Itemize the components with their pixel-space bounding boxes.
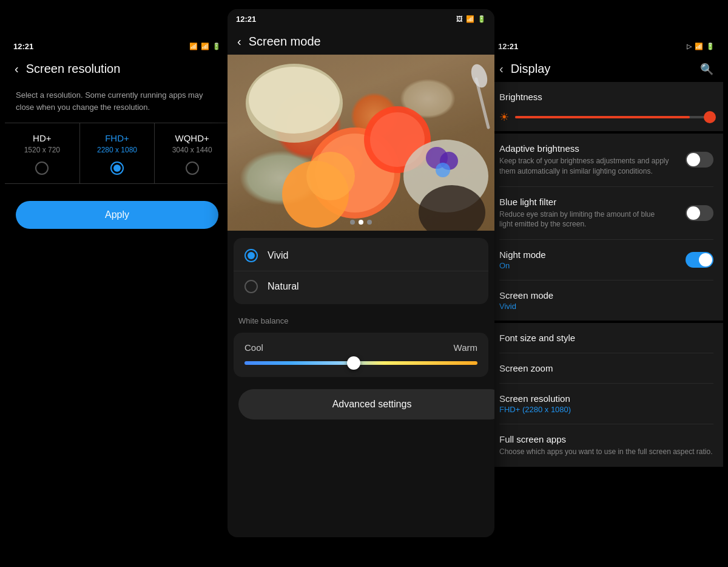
resolution-title: Screen resolution [499, 393, 713, 404]
brightness-fill [515, 116, 690, 118]
resolution-hd-size: 1520 x 720 [24, 146, 60, 154]
wb-slider-wrap: Cool Warm [234, 333, 488, 377]
cam-icon-2: 🖼 [456, 15, 463, 22]
status-icons-2: 🖼 📶 🔋 [456, 15, 486, 23]
display-item-nightmode-row: Night mode On [499, 250, 713, 270]
status-bar-3: 12:21 ▷ 📶 🔋 [490, 36, 723, 56]
battery-icon-1: 🔋 [212, 42, 221, 50]
mode-vivid-label: Vivid [268, 250, 288, 261]
screenmode-value: Vivid [499, 302, 713, 311]
fullscreen-sub: Choose which apps you want to use in the… [499, 447, 713, 457]
radio-fhd[interactable] [110, 161, 124, 175]
time-2: 12:21 [236, 15, 256, 24]
back-button-1[interactable]: ‹ [15, 62, 19, 76]
wb-slider-track[interactable] [244, 361, 477, 365]
back-button-3[interactable]: ‹ [499, 62, 504, 76]
mode-options: Vivid Natural [234, 238, 488, 304]
mode-natural-label: Natural [268, 281, 299, 292]
resolution-wqhd-name: WQHD+ [175, 133, 209, 143]
brightness-thumb[interactable] [704, 111, 716, 123]
wb-cool-label: Cool [244, 342, 263, 353]
adaptive-toggle[interactable] [686, 152, 713, 168]
time-1: 12:21 [13, 42, 33, 51]
mode-natural[interactable]: Natural [234, 271, 488, 302]
preview-image [228, 55, 494, 231]
display-item-zoom[interactable]: Screen zoom [499, 353, 713, 384]
display-item-resolution[interactable]: Screen resolution FHD+ (2280 x 1080) [499, 384, 713, 424]
svg-point-12 [436, 163, 450, 177]
display-item-bluelight-text: Blue light filter Reduce eye strain by l… [499, 197, 669, 230]
display-item-screenmode[interactable]: Screen mode Vivid [499, 280, 713, 321]
brightness-slider[interactable] [515, 116, 713, 118]
mode-vivid[interactable]: Vivid [234, 240, 488, 271]
status-bar-2: 12:21 🖼 📶 🔋 [228, 9, 494, 29]
resolution-value: FHD+ (2280 x 1080) [499, 405, 713, 414]
radio-natural[interactable] [244, 280, 258, 293]
resolution-wqhd[interactable]: WQHD+ 3040 x 1440 [155, 123, 229, 183]
radio-vivid[interactable] [244, 249, 258, 262]
display-item-adaptive[interactable]: Adaptive brightness Keep track of your b… [499, 134, 713, 187]
resolution-fhd-size: 2280 x 1080 [97, 146, 137, 154]
radio-wqhd[interactable] [186, 161, 199, 175]
time-3: 12:21 [498, 42, 518, 51]
page-title-2: Screen mode [249, 35, 485, 49]
display-item-nightmode[interactable]: Night mode On [499, 240, 713, 280]
resolution-options: HD+ 1520 x 720 FHD+ 2280 x 1080 WQHD+ 30… [5, 123, 229, 184]
brightness-section: Brightness ☀ [490, 82, 723, 131]
display-item-fullscreen[interactable]: Full screen apps Choose which apps you w… [499, 424, 713, 467]
display-item-nightmode-text: Night mode On [499, 250, 546, 270]
zoom-title: Screen zoom [499, 363, 713, 373]
screens-container: 12:21 📶 📶 🔋 ‹ Screen resolution Select a… [0, 0, 728, 567]
display-section-1: Adaptive brightness Keep track of your b… [490, 134, 723, 321]
wifi-icon-3: 📶 [695, 42, 703, 50]
nav-bar-3: ‹ Display 🔍 [490, 56, 723, 82]
apply-button[interactable]: Apply [16, 201, 218, 229]
brightness-title: Brightness [499, 92, 713, 102]
status-icons-3: ▷ 📶 🔋 [687, 42, 715, 50]
dot-2 [359, 220, 363, 225]
status-bar-1: 12:21 📶 📶 🔋 [5, 36, 229, 56]
display-item-adaptive-row: Adaptive brightness Keep track of your b… [499, 143, 713, 177]
wb-warm-label: Warm [454, 342, 477, 353]
font-title: Font size and style [499, 333, 713, 343]
brightness-row: ☀ [499, 110, 713, 124]
bluelight-title: Blue light filter [499, 197, 669, 207]
fullscreen-title: Full screen apps [499, 434, 713, 444]
food-svg [228, 55, 494, 231]
dot-indicators [350, 220, 372, 225]
battery-icon-2: 🔋 [477, 15, 486, 23]
page-title-3: Display [511, 62, 693, 76]
display-scroll-area[interactable]: Brightness ☀ Adaptive brightness [490, 82, 723, 528]
display-item-bluelight[interactable]: Blue light filter Reduce eye strain by l… [499, 187, 713, 240]
svg-point-8 [306, 152, 355, 200]
white-balance-label: White balance [238, 316, 484, 325]
radio-vivid-inner [248, 252, 255, 259]
advanced-settings-button[interactable]: Advanced settings [238, 389, 494, 419]
back-button-2[interactable]: ‹ [237, 35, 241, 49]
bluelight-toggle-knob [687, 206, 700, 220]
bluelight-sub: Reduce eye strain by limiting the amount… [499, 209, 669, 230]
resolution-fhd[interactable]: FHD+ 2280 x 1080 [80, 123, 155, 183]
display-section-2: Font size and style Screen zoom Screen r… [490, 323, 723, 467]
page-title-1: Screen resolution [26, 62, 220, 76]
wb-slider-thumb[interactable] [347, 356, 360, 370]
status-icons-1: 📶 📶 🔋 [189, 42, 221, 50]
resolution-wqhd-size: 3040 x 1440 [172, 146, 212, 154]
bluelight-toggle[interactable] [686, 205, 713, 221]
panel-screenmode: 12:21 🖼 📶 🔋 ‹ Screen mode [228, 9, 494, 537]
nav-bar-2: ‹ Screen mode [228, 29, 494, 55]
nightmode-value: On [499, 261, 546, 270]
radio-hd[interactable] [35, 161, 49, 175]
adaptive-sub: Keep track of your brightness adjustment… [499, 156, 686, 177]
nav-bar-1: ‹ Screen resolution [5, 56, 229, 82]
display-item-adaptive-text: Adaptive brightness Keep track of your b… [499, 143, 686, 177]
panel-resolution: 12:21 📶 📶 🔋 ‹ Screen resolution Select a… [5, 36, 229, 340]
search-icon-3[interactable]: 🔍 [700, 63, 713, 76]
radio-fhd-inner [113, 165, 121, 172]
display-item-bluelight-row: Blue light filter Reduce eye strain by l… [499, 197, 713, 230]
wifi-icon-2: 📶 [466, 15, 474, 23]
nightmode-toggle[interactable] [686, 252, 713, 268]
white-balance-section: White balance Cool Warm [228, 311, 494, 377]
display-item-font[interactable]: Font size and style [499, 323, 713, 353]
resolution-hd[interactable]: HD+ 1520 x 720 [5, 123, 80, 183]
